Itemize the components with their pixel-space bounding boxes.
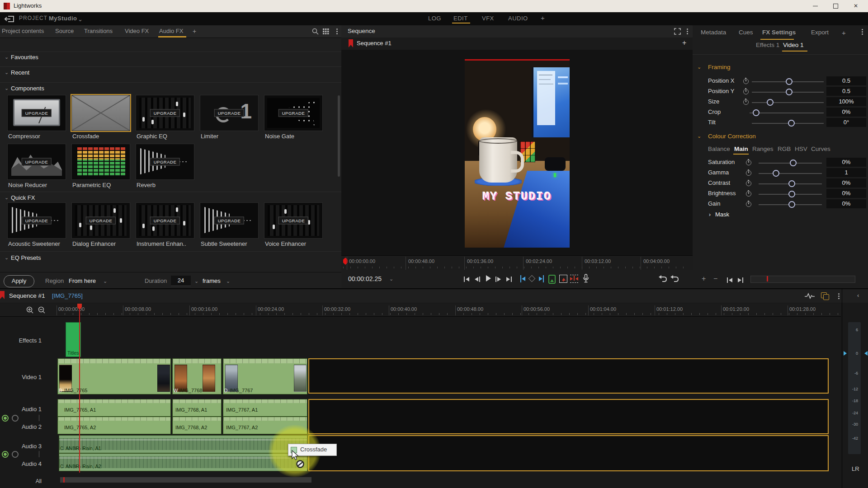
zoom-in-icon[interactable] [26, 306, 33, 314]
tab-source[interactable]: Source [55, 28, 74, 34]
mark-in-icon[interactable] [520, 275, 526, 283]
clip-audio1-img7768[interactable]: IMG_7768, A1 [172, 399, 222, 417]
slider-handle[interactable] [790, 160, 797, 166]
clip-audio1-img7767[interactable]: IMG_7767, A1 [223, 399, 307, 417]
crop-slider[interactable] [750, 113, 824, 113]
audio12-monitor-radio[interactable] [12, 415, 19, 422]
clip-video-img7768[interactable]: W IMG_7768 [172, 358, 222, 394]
slider-handle[interactable] [753, 109, 760, 116]
duration-unit-dropdown[interactable]: frames [203, 277, 221, 284]
track-label-audio-1[interactable]: Audio 1 [0, 406, 42, 413]
colour-correction-title[interactable]: Colour Correction [708, 133, 756, 140]
clip-audio2-img7768[interactable]: IMG_7768, A2 [172, 417, 222, 434]
maximize-button[interactable] [828, 1, 843, 11]
slider-handle[interactable] [786, 78, 793, 85]
step-back-button[interactable] [475, 276, 480, 283]
contrast-slider[interactable] [759, 183, 822, 184]
size-value[interactable]: 100% [826, 97, 866, 106]
tab-export[interactable]: Export [811, 29, 829, 36]
duration-stepper-chevron-icon[interactable]: ⌄ [194, 278, 198, 284]
brightness-value[interactable]: 0% [826, 189, 866, 198]
waveform-display-icon[interactable] [805, 293, 815, 299]
slider-handle[interactable] [788, 120, 795, 127]
fx-tile-acoustic-sweetener[interactable]: UPGRADE [7, 202, 66, 239]
timeline-source-ref[interactable]: [IMG_7765] [52, 292, 83, 299]
slider-handle[interactable] [788, 191, 795, 197]
size-slider[interactable] [752, 102, 824, 103]
slider-handle[interactable] [786, 89, 793, 95]
slider-handle[interactable] [788, 180, 795, 187]
sequence-tab[interactable]: Sequence #1 [357, 40, 392, 47]
track-label-all[interactable]: All [0, 478, 42, 484]
gamma-slider[interactable] [759, 173, 822, 174]
next-keyframe-button[interactable] [738, 277, 743, 284]
empty-track-region-video[interactable] [308, 358, 829, 394]
track-label-audio-4[interactable]: Audio 4 [0, 460, 42, 467]
tab-video-fx[interactable]: Video FX [125, 28, 149, 34]
meter-gain-arrow-left[interactable] [844, 351, 849, 356]
keyframe-clock-icon[interactable] [743, 99, 749, 105]
timeline-scrollbar[interactable] [60, 477, 311, 483]
fx-tile-crossfade-selected[interactable] [71, 95, 130, 131]
meter-gain-arrow-right[interactable] [862, 351, 868, 356]
cc-tab-ranges[interactable]: Ranges [752, 145, 774, 152]
subtab-video-1[interactable]: Video 1 [783, 42, 804, 48]
cc-tab-balance[interactable]: Balance [708, 145, 730, 152]
fx-tile-voice-enhancer[interactable]: UPGRADE [264, 202, 323, 239]
delete-join-icon[interactable] [570, 275, 578, 283]
grid-view-icon[interactable] [323, 28, 329, 34]
audio34-monitor-radio[interactable] [12, 451, 19, 458]
clip-video-img7765[interactable]: D IMG_7765 [57, 358, 171, 394]
tilt-slider[interactable] [752, 123, 824, 124]
playhead-line[interactable] [79, 309, 80, 473]
section-eq-presets[interactable]: EQ Presets [11, 254, 41, 261]
gain-value[interactable]: 0% [826, 199, 866, 208]
tab-log[interactable]: LOG [428, 15, 441, 22]
slider-handle[interactable] [773, 170, 779, 177]
colour-correction-chevron-icon[interactable]: ⌄ [697, 133, 701, 139]
subtab-effects-1[interactable]: Effects 1 [756, 42, 779, 48]
mask-section[interactable]: Mask [715, 211, 729, 218]
prev-keyframe-button[interactable] [727, 277, 732, 284]
collapse-meter-chevron-icon[interactable]: ‹ [857, 292, 859, 299]
go-to-end-button[interactable] [506, 276, 512, 283]
cue-diamond-icon[interactable] [528, 275, 536, 282]
fx-panel-scrollbar[interactable] [338, 95, 340, 177]
section-components[interactable]: Components [11, 85, 44, 92]
cc-tab-rgb[interactable]: RGB [778, 145, 791, 152]
cc-tab-curves[interactable]: Curves [811, 145, 830, 152]
section-recent[interactable]: Recent [11, 69, 29, 76]
clip-video-img7767[interactable]: D IMG_7767 [223, 358, 307, 394]
fx-tile-parametric-eq[interactable] [71, 144, 130, 180]
fullscreen-icon[interactable] [674, 28, 681, 35]
keyframe-clock-icon[interactable] [746, 191, 751, 197]
position-y-value[interactable]: 0.5 [826, 87, 866, 96]
clip-titles[interactable]: Titles [66, 322, 81, 357]
tab-cues[interactable]: Cues [739, 29, 753, 36]
framing-section-title[interactable]: Framing [708, 64, 731, 70]
region-chevron-down-icon[interactable]: ⌄ [103, 278, 107, 284]
slider-handle[interactable] [788, 201, 795, 208]
position-x-value[interactable]: 0.5 [826, 76, 866, 85]
track-label-video-1[interactable]: Video 1 [0, 374, 42, 380]
unit-chevron-down-icon[interactable]: ⌄ [226, 278, 230, 284]
minimize-button[interactable] [807, 1, 823, 11]
settings-menu-kebab-icon[interactable] [862, 29, 863, 30]
gain-slider[interactable] [759, 204, 822, 205]
mask-chevron-icon[interactable]: › [709, 211, 711, 218]
keyframe-clock-icon[interactable] [746, 160, 751, 165]
track-label-effects-1[interactable]: Effects 1 [0, 337, 42, 344]
automation-line[interactable] [59, 440, 307, 440]
tab-metadata[interactable]: Metadata [701, 29, 726, 36]
remove-keyframe-button[interactable]: − [713, 275, 717, 283]
tab-fx-settings[interactable]: FX Settings [762, 29, 796, 36]
viewer-timeline-ruler[interactable]: 00:00:00.00 00:00:48.00 00:01:36.00 00:0… [341, 255, 693, 271]
voiceover-mic-icon[interactable] [583, 274, 589, 283]
add-sequence-tab-button[interactable]: + [682, 39, 686, 47]
project-chevron-down-icon[interactable]: ⌄ [78, 16, 83, 23]
crop-value[interactable]: 0% [826, 108, 866, 117]
empty-track-region-audio34[interactable] [308, 435, 829, 471]
cc-tab-hsv[interactable]: HSV [795, 145, 807, 152]
brightness-slider[interactable] [759, 194, 822, 195]
search-icon[interactable] [312, 28, 319, 35]
